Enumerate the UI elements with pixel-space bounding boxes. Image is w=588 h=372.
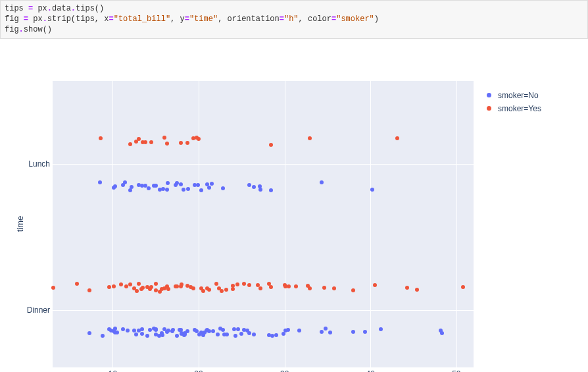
- data-point[interactable]: [98, 180, 102, 184]
- legend-item-yes[interactable]: smoker=Yes: [487, 104, 541, 113]
- data-point[interactable]: [185, 141, 189, 145]
- data-point[interactable]: [220, 289, 224, 293]
- data-point[interactable]: [294, 284, 298, 288]
- data-point[interactable]: [370, 188, 374, 192]
- data-point[interactable]: [395, 136, 399, 140]
- data-point[interactable]: [252, 185, 256, 189]
- data-point[interactable]: [182, 188, 185, 192]
- data-point[interactable]: [51, 286, 55, 290]
- data-point[interactable]: [320, 180, 324, 184]
- data-point[interactable]: [236, 327, 240, 331]
- data-point[interactable]: [121, 327, 125, 331]
- data-point[interactable]: [154, 184, 158, 188]
- data-point[interactable]: [258, 286, 262, 290]
- data-point[interactable]: [119, 282, 123, 286]
- data-point[interactable]: [179, 182, 183, 186]
- data-point[interactable]: [201, 289, 205, 293]
- data-point[interactable]: [135, 289, 139, 293]
- data-point[interactable]: [274, 333, 278, 337]
- data-point[interactable]: [322, 286, 326, 290]
- data-point[interactable]: [282, 332, 285, 336]
- data-point[interactable]: [247, 183, 251, 187]
- data-point[interactable]: [186, 187, 190, 191]
- data-point[interactable]: [308, 136, 312, 140]
- data-point[interactable]: [165, 188, 169, 192]
- data-point[interactable]: [165, 142, 169, 146]
- data-point[interactable]: [113, 184, 117, 188]
- data-point[interactable]: [269, 143, 273, 147]
- data-point[interactable]: [269, 285, 273, 289]
- data-point[interactable]: [332, 286, 336, 290]
- data-point[interactable]: [287, 284, 291, 288]
- data-point[interactable]: [373, 283, 377, 287]
- data-point[interactable]: [415, 288, 419, 292]
- data-point[interactable]: [379, 327, 383, 331]
- data-point[interactable]: [214, 282, 218, 286]
- data-point[interactable]: [207, 186, 211, 190]
- data-point[interactable]: [221, 186, 225, 190]
- data-point[interactable]: [130, 185, 134, 189]
- data-point[interactable]: [132, 329, 136, 332]
- data-point[interactable]: [137, 137, 141, 141]
- data-point[interactable]: [363, 330, 367, 334]
- data-point[interactable]: [147, 186, 151, 190]
- data-point[interactable]: [258, 188, 262, 192]
- data-point[interactable]: [231, 287, 235, 291]
- data-point[interactable]: [191, 286, 195, 290]
- data-point[interactable]: [126, 329, 130, 332]
- data-point[interactable]: [242, 282, 246, 286]
- data-point[interactable]: [154, 327, 158, 331]
- data-point[interactable]: [101, 334, 105, 338]
- data-point[interactable]: [107, 285, 111, 289]
- data-point[interactable]: [87, 331, 91, 335]
- data-point[interactable]: [199, 188, 203, 192]
- data-point[interactable]: [233, 334, 237, 338]
- data-point[interactable]: [324, 327, 328, 331]
- data-point[interactable]: [211, 329, 215, 333]
- data-point[interactable]: [328, 331, 332, 334]
- data-point[interactable]: [320, 330, 324, 334]
- data-point[interactable]: [123, 180, 127, 184]
- data-point[interactable]: [351, 288, 355, 292]
- data-point[interactable]: [134, 332, 138, 336]
- data-point[interactable]: [179, 141, 183, 145]
- data-point[interactable]: [269, 188, 273, 192]
- data-point[interactable]: [224, 288, 228, 292]
- data-point[interactable]: [247, 283, 251, 287]
- data-point[interactable]: [308, 286, 312, 290]
- data-point[interactable]: [221, 328, 225, 332]
- data-point[interactable]: [113, 327, 117, 331]
- data-point[interactable]: [87, 288, 91, 292]
- data-point[interactable]: [461, 285, 465, 289]
- data-point[interactable]: [351, 330, 355, 334]
- data-point[interactable]: [197, 137, 201, 141]
- data-point[interactable]: [185, 329, 189, 333]
- data-point[interactable]: [247, 331, 251, 335]
- data-point[interactable]: [148, 328, 152, 332]
- data-point[interactable]: [196, 183, 200, 187]
- data-point[interactable]: [145, 334, 149, 338]
- data-point[interactable]: [286, 328, 290, 332]
- data-point[interactable]: [115, 331, 119, 334]
- data-point[interactable]: [99, 136, 103, 140]
- data-point[interactable]: [154, 288, 158, 292]
- data-point[interactable]: [162, 136, 166, 140]
- data-point[interactable]: [141, 286, 145, 290]
- data-point[interactable]: [210, 182, 214, 186]
- data-point[interactable]: [405, 286, 409, 290]
- data-point[interactable]: [166, 181, 170, 185]
- data-point[interactable]: [235, 282, 239, 286]
- data-point[interactable]: [225, 332, 229, 336]
- data-point[interactable]: [143, 140, 147, 144]
- data-point[interactable]: [239, 332, 243, 336]
- data-point[interactable]: [232, 327, 236, 331]
- legend-item-no[interactable]: smoker=No: [487, 91, 541, 100]
- data-point[interactable]: [171, 328, 175, 332]
- data-point[interactable]: [207, 288, 211, 292]
- data-point[interactable]: [149, 285, 153, 289]
- data-point[interactable]: [216, 332, 220, 336]
- plot-area[interactable]: [53, 81, 474, 367]
- data-point[interactable]: [128, 142, 132, 146]
- data-point[interactable]: [154, 282, 158, 286]
- data-point[interactable]: [166, 287, 170, 291]
